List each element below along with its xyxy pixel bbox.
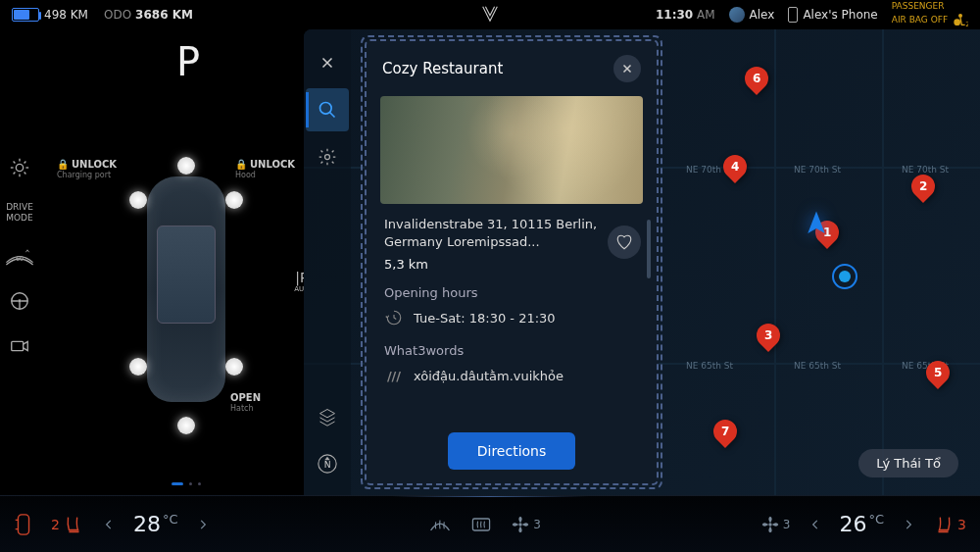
svg-point-26 [768, 523, 771, 526]
lock-icon: 🔒 [57, 159, 69, 170]
fan-icon [760, 515, 780, 534]
fan-right[interactable]: 3 [760, 515, 791, 534]
svg-text:2: 2 [965, 21, 968, 27]
defrost-rear-icon [469, 515, 493, 534]
hatch-label: OPEN Hatch [230, 392, 261, 414]
nav-heading-icon [802, 209, 831, 238]
gear-indicator: P [176, 39, 200, 84]
odo-label: ODO [104, 8, 131, 22]
poi-photo [380, 96, 643, 204]
steering-icon [9, 290, 30, 312]
user-profile[interactable]: Alex [729, 7, 775, 23]
brand-logo [479, 3, 501, 25]
car-topdown[interactable] [98, 137, 274, 431]
map-north-button[interactable]: N [306, 442, 349, 485]
street-label: NE 65th St [794, 361, 841, 371]
camera-button[interactable] [9, 335, 30, 357]
directions-button[interactable]: Directions [448, 432, 575, 470]
ampm: AM [697, 8, 715, 22]
front-defrost-button[interactable] [428, 515, 452, 534]
fan-left[interactable]: 3 [511, 515, 541, 534]
heart-icon [615, 233, 633, 251]
drive-mode-label: DRIVE MODE [6, 202, 33, 224]
defrost-front-icon [428, 515, 452, 534]
car-door-fl-dot[interactable] [129, 191, 147, 209]
svg-line-10 [14, 173, 16, 175]
car-door-rl-dot[interactable] [129, 358, 147, 376]
map-close-button[interactable] [306, 41, 349, 84]
scrollbar[interactable] [647, 220, 651, 278]
vehicle-panel: P 🔒UNLOCK Charging port 🔒UNLOCK Hood OPE… [39, 29, 304, 495]
climate-dock: 2 28°C 3 3 2 [0, 495, 980, 552]
svg-line-8 [14, 162, 16, 164]
hours-row: Tue-Sat: 18:30 - 21:30 [384, 308, 639, 327]
camera-icon [9, 335, 30, 357]
svg-text:60: 60 [16, 255, 24, 263]
seat-icon [63, 514, 84, 535]
seat-heat-right[interactable]: 3 [933, 514, 966, 535]
phone-device[interactable]: Alex's Phone [788, 7, 877, 23]
svg-rect-15 [12, 341, 24, 350]
rear-defrost-button[interactable] [469, 515, 493, 534]
street-label: NE 70th St [794, 165, 841, 175]
svg-point-25 [519, 523, 522, 526]
user-name: Alex [750, 8, 775, 22]
door-status-button[interactable] [14, 513, 33, 536]
drive-mode-button[interactable]: DRIVE MODE [6, 202, 33, 224]
range-value: 498 KM [44, 8, 88, 22]
compass-icon: N [317, 453, 338, 475]
brightness-icon [9, 157, 30, 178]
wiper-button[interactable]: 60 [4, 247, 35, 267]
lights-button[interactable] [9, 157, 30, 178]
temp-right: 26°C [840, 512, 885, 536]
car-door-icon [14, 513, 33, 536]
car-hatch-dot[interactable] [177, 417, 195, 434]
status-bar: 498 KM ODO3686 KM 11:30 AM Alex Alex's P… [0, 0, 980, 29]
map-search-button[interactable] [306, 88, 349, 131]
favorite-button[interactable] [608, 226, 641, 259]
car-hood-dot[interactable] [177, 157, 195, 175]
hours-title: Opening hours [384, 285, 639, 300]
vehicle-pager[interactable] [172, 482, 201, 485]
battery-icon [12, 8, 39, 22]
car-door-rr-dot[interactable] [225, 358, 243, 376]
steering-button[interactable] [9, 290, 30, 312]
svg-rect-23 [18, 514, 28, 533]
clock: 11:30 AM [656, 8, 715, 22]
time: 11:30 [656, 8, 693, 22]
phone-icon [788, 7, 798, 23]
map-settings-button[interactable] [306, 135, 349, 178]
svg-point-17 [839, 271, 851, 282]
fan-icon [511, 515, 530, 534]
poi-distance: 5,3 km [384, 257, 639, 272]
seat-heat-left[interactable]: 2 [51, 514, 84, 535]
temp-up-right[interactable] [902, 518, 915, 531]
pager-dot-active [172, 482, 183, 485]
seat-icon [933, 514, 955, 535]
hours-value: Tue-Sat: 18:30 - 21:30 [414, 311, 556, 326]
chevron-left-icon [808, 518, 822, 531]
temp-down-right[interactable] [808, 518, 822, 531]
car-door-fr-dot[interactable] [225, 191, 243, 209]
pager-dot [198, 482, 201, 485]
chevron-right-icon [196, 518, 210, 531]
svg-point-20 [325, 155, 330, 160]
w3w-icon: /// [384, 366, 404, 385]
map-layers-button[interactable] [306, 395, 349, 438]
street-name-pill[interactable]: Lý Thái Tổ [858, 449, 958, 477]
layers-icon [318, 407, 337, 427]
map-area[interactable]: NE 70th St NE 70th St NE 70th St NE 65th… [304, 29, 980, 495]
poi-title: Cozy Restaurant [382, 60, 503, 77]
range-indicator: 498 KM [12, 8, 88, 22]
charging-port-label: 🔒UNLOCK Charging port [57, 159, 117, 180]
current-location-icon [831, 263, 858, 290]
temp-up-left[interactable] [196, 518, 210, 531]
chevron-right-icon [902, 518, 915, 531]
svg-point-14 [18, 299, 22, 303]
odo-value: 3686 KM [135, 8, 193, 22]
temp-down-left[interactable] [102, 518, 116, 531]
w3w-row: /// xôiđậu.dâutằm.vuikhỏe [384, 366, 639, 385]
poi-close-button[interactable] [613, 55, 641, 82]
gear-icon [318, 147, 337, 167]
airbag-icon: 2 [953, 12, 968, 27]
